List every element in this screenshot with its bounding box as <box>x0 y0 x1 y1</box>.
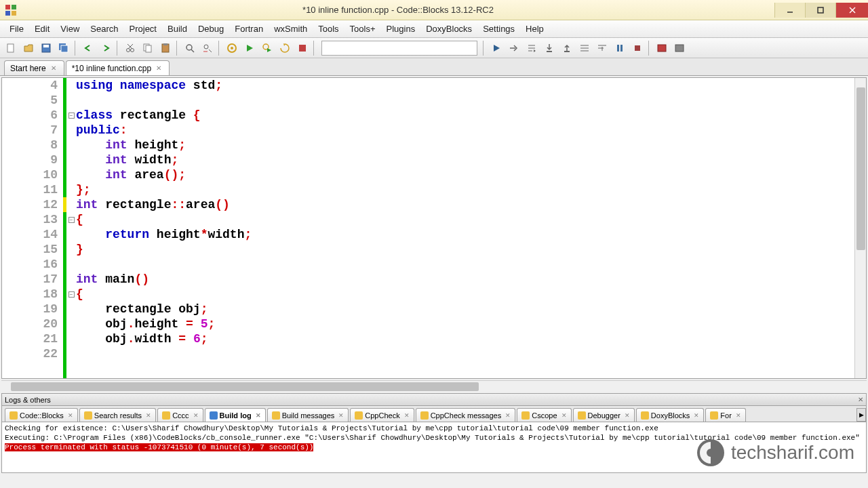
undo-button[interactable] <box>80 40 96 56</box>
log-tab-cccc[interactable]: Cccc✕ <box>157 408 203 422</box>
new-file-button[interactable] <box>3 40 19 56</box>
fold-toggle-icon[interactable]: − <box>68 113 75 119</box>
debug-continue-button[interactable] <box>488 40 505 56</box>
menu-plugins[interactable]: Plugins <box>381 22 421 36</box>
log-tab-label: CppCheck <box>365 411 399 420</box>
log-tab-cppcheck[interactable]: CppCheck✕ <box>350 408 414 422</box>
copy-button[interactable] <box>140 40 156 56</box>
svg-point-13 <box>127 48 130 52</box>
build-run-button[interactable] <box>259 40 275 56</box>
log-tabs-scroll-right[interactable]: ▶ <box>856 408 866 422</box>
menu-wxsmith[interactable]: wxSmith <box>269 22 313 36</box>
menu-view[interactable]: View <box>55 22 85 36</box>
fold-toggle-icon[interactable]: − <box>68 217 75 223</box>
menu-help[interactable]: Help <box>520 22 549 36</box>
titlebar: *10 inline function.cpp - Code::Blocks 1… <box>0 0 868 20</box>
log-tab-close-icon[interactable]: ✕ <box>68 412 73 419</box>
next-line-button[interactable] <box>524 40 540 56</box>
svg-rect-32 <box>635 45 640 51</box>
file-tab[interactable]: Start here✕ <box>4 60 64 75</box>
log-tab-close-icon[interactable]: ✕ <box>256 412 261 419</box>
various-info-button[interactable] <box>671 40 688 56</box>
log-tab-icon <box>210 411 218 420</box>
stop-debug-button[interactable] <box>629 40 646 56</box>
minimize-button[interactable] <box>774 3 805 18</box>
toolbar <box>0 38 868 58</box>
save-button[interactable] <box>38 40 54 56</box>
log-tab-for[interactable]: For✕ <box>705 408 746 422</box>
log-tab-search-results[interactable]: Search results✕ <box>79 408 156 422</box>
log-tab-debugger[interactable]: Debugger✕ <box>573 408 635 422</box>
log-tab-code-blocks[interactable]: Code::Blocks✕ <box>5 408 78 422</box>
menu-fortran[interactable]: Fortran <box>229 22 269 36</box>
fold-column[interactable]: −−− <box>66 78 76 378</box>
svg-point-23 <box>204 45 208 49</box>
log-tab-close-icon[interactable]: ✕ <box>625 412 630 419</box>
close-button[interactable] <box>835 3 868 18</box>
next-instr-button[interactable] <box>576 40 593 56</box>
paste-button[interactable] <box>157 40 174 56</box>
redo-button[interactable] <box>98 40 114 56</box>
log-tab-build-messages[interactable]: Build messages✕ <box>267 408 349 422</box>
editor[interactable]: 45678910111213141516171819202122 −−− usi… <box>1 77 867 379</box>
find-button[interactable] <box>182 40 198 56</box>
svg-rect-33 <box>658 45 666 52</box>
run-button[interactable] <box>241 40 258 56</box>
save-all-button[interactable] <box>56 40 72 56</box>
build-button[interactable] <box>224 40 240 56</box>
log-tab-close-icon[interactable]: ✕ <box>505 412 511 419</box>
log-tab-build-log[interactable]: Build log✕ <box>205 408 266 422</box>
log-tab-label: Search results <box>94 411 142 420</box>
menu-project[interactable]: Project <box>124 22 162 36</box>
step-into-instr-button[interactable] <box>594 40 610 56</box>
log-tab-close-icon[interactable]: ✕ <box>694 412 699 419</box>
svg-rect-27 <box>299 45 306 52</box>
run-to-cursor-button[interactable] <box>506 40 522 56</box>
open-button[interactable] <box>20 40 37 56</box>
log-tab-close-icon[interactable]: ✕ <box>561 412 567 419</box>
log-tab-label: Build log <box>220 411 252 420</box>
file-tab-label: *10 inline function.cpp <box>72 64 151 73</box>
logs-panel-header[interactable]: Logs & others ✕ <box>2 394 866 406</box>
maximize-button[interactable] <box>805 3 835 18</box>
cut-button[interactable] <box>122 40 138 56</box>
window-title: *10 inline function.cpp - Code::Blocks 1… <box>22 5 774 15</box>
log-tab-close-icon[interactable]: ✕ <box>404 412 410 419</box>
menu-build[interactable]: Build <box>162 22 193 36</box>
logs-close-icon[interactable]: ✕ <box>858 396 863 403</box>
log-tab-cppcheck-messages[interactable]: CppCheck messages✕ <box>416 408 516 422</box>
log-tab-doxyblocks[interactable]: DoxyBlocks✕ <box>636 408 704 422</box>
watermark-text: techsharif.com <box>731 442 854 464</box>
abort-button[interactable] <box>294 40 311 56</box>
menu-debug[interactable]: Debug <box>193 22 229 36</box>
tab-close-icon[interactable]: ✕ <box>49 64 58 73</box>
log-tab-close-icon[interactable]: ✕ <box>146 412 151 419</box>
svg-rect-12 <box>61 45 68 52</box>
menu-doxyblocks[interactable]: DoxyBlocks <box>420 22 477 36</box>
file-tab[interactable]: *10 inline function.cpp✕ <box>66 60 170 75</box>
build-target-dropdown[interactable] <box>321 41 477 56</box>
break-button[interactable] <box>612 40 628 56</box>
menu-edit[interactable]: Edit <box>29 22 55 36</box>
menu-file[interactable]: File <box>4 22 29 36</box>
svg-rect-1 <box>12 5 16 9</box>
step-out-button[interactable] <box>559 40 575 56</box>
rebuild-button[interactable] <box>277 40 293 56</box>
tab-close-icon[interactable]: ✕ <box>154 64 163 73</box>
debug-windows-button[interactable] <box>654 40 670 56</box>
log-tab-icon <box>521 411 530 420</box>
log-tab-close-icon[interactable]: ✕ <box>193 412 199 419</box>
vertical-scrollbar[interactable] <box>854 78 866 378</box>
code-text[interactable]: using namespace std;class rectangle {pub… <box>76 78 854 378</box>
menu-tools[interactable]: Tools <box>313 22 344 36</box>
replace-button[interactable] <box>199 40 216 56</box>
menu-search[interactable]: Search <box>85 22 123 36</box>
menu-settings[interactable]: Settings <box>477 22 520 36</box>
menu-tools-[interactable]: Tools+ <box>344 22 381 36</box>
fold-toggle-icon[interactable]: − <box>68 291 75 298</box>
log-tab-close-icon[interactable]: ✕ <box>736 412 741 419</box>
horizontal-scrollbar[interactable] <box>1 380 867 392</box>
step-into-button[interactable] <box>541 40 557 56</box>
log-tab-close-icon[interactable]: ✕ <box>338 412 344 419</box>
log-tab-cscope[interactable]: Cscope✕ <box>517 408 571 422</box>
